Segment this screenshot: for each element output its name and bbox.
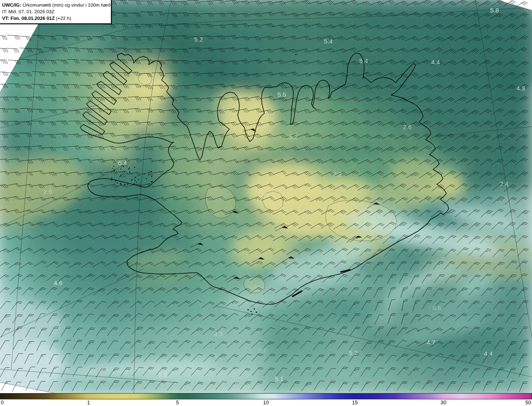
- svg-text:5: 5: [176, 400, 179, 406]
- svg-text:2.5: 2.5: [44, 188, 52, 195]
- svg-text:0: 0: [1, 400, 4, 406]
- svg-text:4.4: 4.4: [431, 59, 440, 66]
- svg-text:9.8: 9.8: [484, 245, 493, 252]
- svg-text:50: 50: [525, 400, 531, 406]
- svg-text:IT: Mið. 07. 01. 2026 03Z: IT: Mið. 07. 01. 2026 03Z: [2, 9, 54, 14]
- svg-text:15: 15: [352, 400, 358, 406]
- svg-text:5.4: 5.4: [360, 57, 368, 64]
- svg-text:4.3: 4.3: [214, 330, 223, 338]
- svg-text:UWC/IG: Úrkomumætti (mm) og vi: UWC/IG: Úrkomumætti (mm) og vindur i 100…: [2, 2, 111, 7]
- svg-text:4.7: 4.7: [427, 339, 436, 346]
- svg-text:7.9: 7.9: [45, 386, 54, 393]
- svg-text:4.6: 4.6: [54, 279, 63, 286]
- svg-text:1: 1: [87, 400, 90, 406]
- svg-text:7.9: 7.9: [230, 380, 239, 387]
- svg-text:3.8: 3.8: [419, 230, 428, 237]
- svg-text:2.4: 2.4: [500, 180, 509, 187]
- svg-text:4.3: 4.3: [517, 85, 525, 92]
- svg-text:10.9: 10.9: [91, 365, 103, 372]
- svg-text:5.5: 5.5: [278, 91, 286, 98]
- svg-text:5.9: 5.9: [159, 371, 167, 378]
- svg-text:8.8: 8.8: [433, 304, 441, 311]
- svg-text:7.7: 7.7: [258, 347, 266, 354]
- svg-text:5.2: 5.2: [349, 349, 358, 356]
- svg-text:VT: Fim. 08.01.2026 01Z (+22 h: VT: Fim. 08.01.2026 01Z (+22 h): [2, 16, 71, 21]
- svg-text:1.5: 1.5: [259, 192, 268, 199]
- svg-text:2.6: 2.6: [403, 123, 412, 130]
- svg-text:5.2: 5.2: [195, 36, 203, 43]
- svg-text:2.2: 2.2: [143, 77, 152, 84]
- svg-text:5.2: 5.2: [289, 133, 298, 140]
- svg-text:5.4: 5.4: [324, 38, 333, 45]
- svg-text:10: 10: [263, 400, 269, 406]
- svg-text:4.4: 4.4: [484, 350, 493, 357]
- svg-text:5.1: 5.1: [275, 375, 284, 382]
- svg-text:2.2: 2.2: [333, 171, 342, 178]
- svg-text:6.4: 6.4: [118, 159, 127, 166]
- svg-text:30: 30: [441, 400, 446, 406]
- svg-text:1.3: 1.3: [305, 208, 314, 215]
- svg-text:5.8: 5.8: [490, 7, 499, 14]
